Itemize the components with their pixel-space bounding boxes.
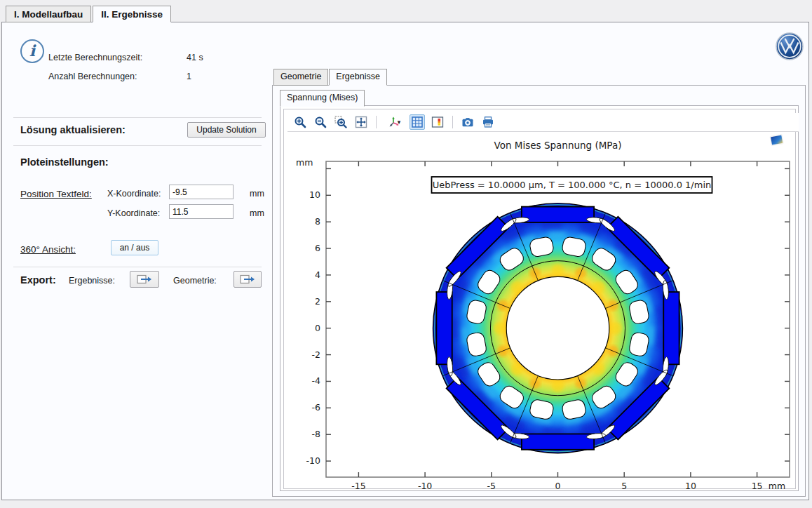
toolbar-separator [452, 116, 453, 128]
svg-text:-8: -8 [312, 429, 321, 439]
svg-text:mm: mm [769, 481, 785, 491]
zoom-out-icon[interactable] [313, 114, 328, 130]
divider [13, 267, 262, 267]
svg-text:-5: -5 [487, 481, 496, 491]
svg-text:4: 4 [315, 269, 320, 280]
update-solution-label: Lösung aktualisieren: [20, 124, 126, 135]
divider [13, 117, 262, 118]
zoom-in-icon[interactable] [292, 114, 308, 130]
chevron-down-icon[interactable]: ▾ [398, 119, 401, 126]
svg-text:8: 8 [315, 216, 320, 227]
view-360-label: 360° Ansicht: [20, 244, 76, 255]
zoom-extents-icon[interactable] [353, 114, 369, 130]
svg-text:UebPress = 10.0000 μm, T = 100: UebPress = 10.0000 μm, T = 100.000 °C, n… [433, 180, 712, 190]
update-solution-button[interactable]: Update Solution [187, 122, 266, 138]
export-geometry-button[interactable] [234, 271, 262, 288]
svg-text:5: 5 [621, 481, 627, 491]
axis-orientation-icon[interactable]: ▾ [384, 114, 405, 130]
result-tab-bar: Geometrie Ergebnisse [273, 69, 387, 86]
computation-count-label: Anzahl Berechnungen: [48, 72, 137, 81]
svg-text:0: 0 [315, 323, 320, 333]
x-unit-label: mm [250, 189, 264, 199]
main-tab-bar: I. Modellaufbau II. Ergebnisse [6, 6, 171, 22]
grid-icon[interactable] [410, 114, 425, 130]
export-results-label: Ergebnisse: [69, 276, 115, 286]
x-coordinate-input[interactable] [169, 185, 234, 199]
tab-ergebnisse-view[interactable]: Ergebnisse [329, 69, 387, 86]
graphics-canvas[interactable]: Von Mises Spannung (MPa)UebPress = 10.00… [287, 132, 799, 491]
x-coordinate-label: X-Koordinate: [107, 189, 161, 199]
y-coordinate-input[interactable] [169, 204, 234, 219]
plot-settings-heading: Ploteinstellungen: [20, 156, 109, 168]
y-coordinate-label: Y-Koordinate: [107, 208, 160, 218]
camera-icon[interactable] [460, 114, 475, 130]
y-unit-label: mm [250, 208, 264, 218]
graphics-frame: ▾ [283, 109, 796, 489]
export-icon [137, 274, 152, 284]
color-legend-icon[interactable] [430, 114, 445, 130]
tab-geometrie[interactable]: Geometrie [273, 69, 328, 86]
svg-text:mm: mm [296, 157, 313, 168]
view-360-toggle-button[interactable]: an / aus [111, 240, 158, 255]
tab-ergebnisse[interactable]: II. Ergebnisse [93, 6, 171, 22]
export-geometry-label: Geometrie: [173, 276, 217, 286]
computation-count-value: 1 [187, 72, 191, 81]
position-textfield-label: Position Textfeld: [20, 189, 92, 199]
export-label: Export: [20, 274, 56, 286]
svg-text:-4: -4 [312, 375, 321, 386]
zoom-box-icon[interactable] [333, 114, 349, 130]
svg-text:-6: -6 [312, 402, 321, 413]
print-icon[interactable] [480, 114, 496, 130]
svg-text:10: 10 [685, 481, 696, 491]
main-panel: i Letzte Berechnungszeit: 41 s Anzahl Be… [1, 22, 809, 500]
svg-text:2: 2 [315, 296, 320, 307]
svg-text:Von Mises Spannung (MPa): Von Mises Spannung (MPa) [494, 140, 622, 151]
graphics-toolbar: ▾ [287, 113, 799, 132]
toolbar-separator [376, 116, 377, 128]
plot-panel: ▾ [280, 105, 799, 491]
export-icon [240, 274, 255, 284]
svg-text:-2: -2 [312, 349, 320, 360]
export-results-button[interactable] [130, 271, 159, 288]
svg-text:-10: -10 [418, 481, 432, 491]
tab-spannung-mises[interactable]: Spannung (Mises) [280, 90, 365, 107]
svg-text:-10: -10 [306, 455, 320, 466]
svg-text:6: 6 [315, 243, 320, 253]
svg-text:15: 15 [752, 481, 763, 491]
svg-text:10: 10 [309, 189, 320, 200]
last-computation-value: 41 s [187, 53, 203, 62]
svg-text:0: 0 [555, 481, 561, 491]
results-panel: Spannung (Mises) [272, 85, 806, 497]
info-icon: i [20, 39, 44, 63]
last-computation-label: Letzte Berechnungszeit: [48, 53, 142, 62]
vw-logo [776, 32, 804, 63]
tab-modellaufbau[interactable]: I. Modellaufbau [6, 6, 91, 22]
svg-text:-15: -15 [351, 481, 365, 491]
divider [13, 145, 262, 146]
